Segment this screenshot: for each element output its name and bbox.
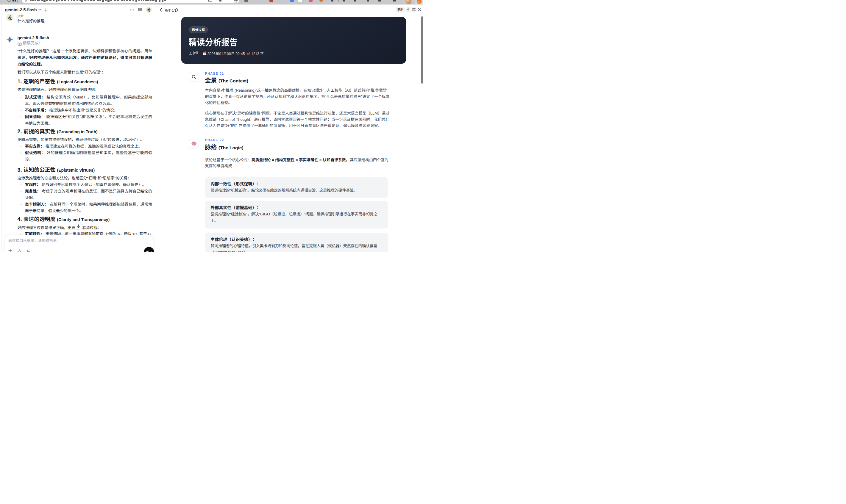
svg-text:17: 17	[204, 53, 206, 54]
